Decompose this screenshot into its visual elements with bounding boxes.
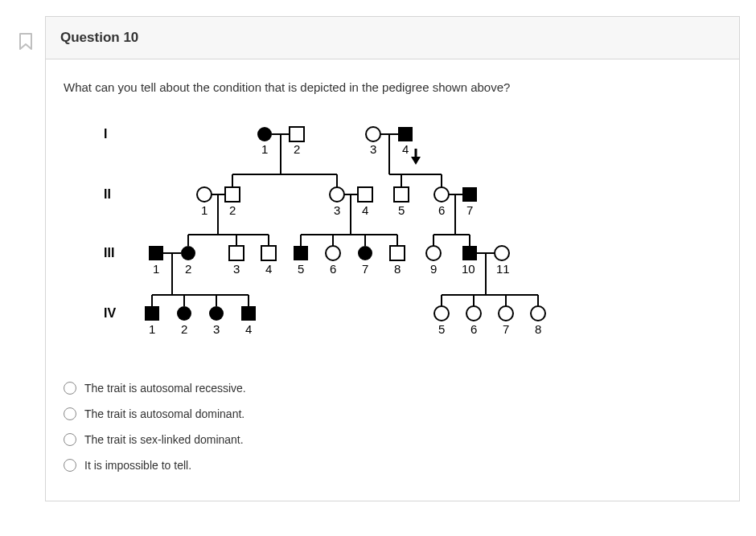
svg-text:3: 3 — [370, 142, 376, 156]
svg-text:4: 4 — [402, 142, 409, 156]
svg-rect-2 — [290, 127, 304, 141]
svg-point-77 — [495, 246, 509, 260]
svg-text:1: 1 — [153, 262, 159, 276]
pedigree-III-11: 11 — [495, 246, 510, 276]
svg-rect-86 — [145, 306, 159, 321]
option-b[interactable]: The trait is autosomal dominant. — [64, 401, 721, 427]
svg-rect-54 — [261, 246, 276, 260]
pedigree-III-9: 9 — [426, 246, 441, 276]
svg-text:8: 8 — [394, 262, 401, 276]
option-b-label: The trait is autosomal dominant. — [84, 407, 244, 420]
pedigree-IV-4: 4 — [241, 306, 256, 336]
svg-rect-8 — [398, 127, 413, 141]
option-d-label: It is impossible to tell. — [84, 459, 191, 472]
svg-text:1: 1 — [201, 203, 207, 217]
svg-point-6 — [366, 127, 380, 141]
svg-text:11: 11 — [496, 262, 510, 276]
answer-options: The trait is autosomal recessive. The tr… — [64, 375, 721, 478]
svg-text:4: 4 — [362, 203, 368, 217]
svg-text:5: 5 — [398, 203, 405, 217]
pedigree-IV-7: 7 — [499, 306, 513, 336]
row-label-III: III — [104, 246, 114, 260]
question-stem: What can you tell about the condition th… — [64, 80, 721, 94]
svg-text:10: 10 — [462, 262, 475, 276]
svg-text:5: 5 — [438, 322, 445, 336]
question-title: Question 10 — [60, 30, 138, 45]
pedigree-IV-3: 3 — [209, 306, 224, 336]
svg-text:8: 8 — [535, 322, 541, 336]
radio-b[interactable] — [64, 407, 76, 420]
svg-point-101 — [466, 306, 481, 321]
svg-point-63 — [326, 246, 340, 260]
radio-d[interactable] — [64, 459, 76, 472]
svg-text:6: 6 — [330, 262, 336, 276]
svg-rect-46 — [149, 246, 163, 260]
pedigree-IV-5: 5 — [434, 306, 449, 336]
svg-text:2: 2 — [229, 203, 236, 217]
svg-rect-37 — [462, 187, 477, 202]
option-c[interactable]: The trait is sex-linked dominant. — [64, 427, 721, 452]
svg-rect-92 — [241, 306, 256, 321]
svg-rect-75 — [462, 246, 477, 260]
svg-text:7: 7 — [503, 322, 509, 336]
pedigree-II-6: 6 — [434, 187, 449, 217]
pedigree-III-10: 10 — [462, 246, 477, 276]
pedigree-IV-8: 8 — [531, 306, 545, 336]
svg-point-105 — [531, 306, 545, 321]
pedigree-II-1: 1 — [197, 187, 212, 217]
bookmark-icon[interactable] — [16, 16, 35, 51]
svg-text:3: 3 — [213, 322, 220, 336]
svg-text:3: 3 — [233, 262, 240, 276]
svg-text:9: 9 — [430, 262, 437, 276]
pedigree-III-6: 6 — [326, 246, 340, 276]
svg-point-88 — [177, 306, 191, 321]
svg-point-90 — [209, 306, 224, 321]
option-d[interactable]: It is impossible to tell. — [64, 452, 721, 478]
radio-a[interactable] — [64, 382, 76, 395]
option-a[interactable]: The trait is autosomal recessive. — [64, 375, 721, 401]
svg-point-23 — [330, 187, 344, 202]
pedigree-I-1: 1 — [257, 127, 272, 156]
svg-point-65 — [358, 246, 372, 260]
question-body: What can you tell about the condition th… — [46, 59, 739, 501]
svg-point-73 — [426, 246, 441, 260]
pedigree-IV-1: 1 — [145, 306, 159, 336]
row-label-I: I — [104, 127, 107, 141]
svg-text:4: 4 — [265, 262, 272, 276]
question-card: Question 10 What can you tell about the … — [45, 16, 740, 501]
svg-point-17 — [197, 187, 212, 202]
pedigree-I-3: 3 — [366, 127, 380, 156]
row-label-II: II — [104, 187, 111, 201]
pedigree-II-2: 2 — [225, 187, 240, 217]
svg-text:2: 2 — [185, 262, 191, 276]
pedigree-III-8: 8 — [390, 246, 405, 276]
pedigree-IV-6: 6 — [466, 306, 481, 336]
svg-text:5: 5 — [298, 262, 304, 276]
svg-text:4: 4 — [245, 322, 252, 336]
pedigree-II-3: 3 — [330, 187, 344, 217]
svg-text:2: 2 — [181, 322, 187, 336]
pedigree-IV-2: 2 — [177, 306, 191, 336]
pedigree-III-3: 3 — [229, 246, 244, 276]
svg-rect-25 — [358, 187, 372, 202]
option-a-label: The trait is autosomal recessive. — [84, 382, 246, 395]
svg-rect-67 — [390, 246, 405, 260]
svg-rect-19 — [225, 187, 240, 202]
svg-point-35 — [434, 187, 449, 202]
option-c-label: The trait is sex-linked dominant. — [84, 433, 244, 446]
pedigree-II-5: 5 — [394, 187, 409, 217]
pedigree-III-5: 5 — [294, 246, 308, 276]
svg-rect-33 — [394, 187, 409, 202]
svg-text:7: 7 — [466, 203, 473, 217]
svg-text:6: 6 — [438, 203, 445, 217]
svg-text:6: 6 — [470, 322, 477, 336]
pedigree-III-7: 7 — [358, 246, 372, 276]
svg-rect-61 — [294, 246, 308, 260]
pedigree-II-7: 7 — [462, 187, 477, 217]
radio-c[interactable] — [64, 433, 76, 446]
svg-text:3: 3 — [334, 203, 340, 217]
arrow-down-icon — [411, 149, 421, 165]
svg-marker-13 — [411, 157, 421, 165]
row-label-IV: IV — [104, 306, 116, 320]
pedigree-I-2: 2 — [290, 127, 304, 156]
